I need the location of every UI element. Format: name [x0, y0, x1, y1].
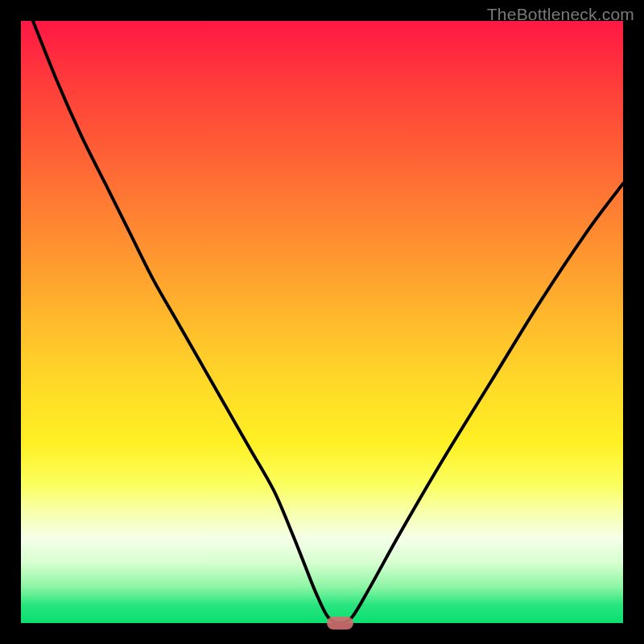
bottleneck-marker [327, 617, 354, 630]
plot-area [21, 21, 623, 623]
bottleneck-curve [21, 21, 623, 623]
chart-stage: TheBottleneck.com [0, 0, 644, 644]
watermark-text: TheBottleneck.com [487, 5, 634, 24]
